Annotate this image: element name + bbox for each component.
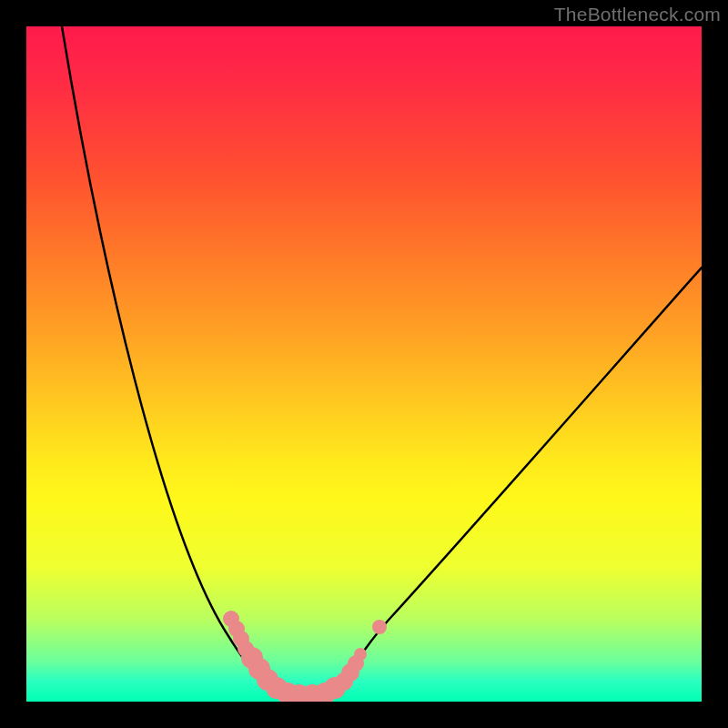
data-marker xyxy=(372,620,387,634)
curve-left xyxy=(62,26,295,700)
marker-group xyxy=(223,611,387,702)
chart-plot-area xyxy=(26,26,702,702)
data-marker xyxy=(354,648,367,661)
chart-svg xyxy=(26,26,702,702)
curve-right xyxy=(331,268,702,700)
watermark-text: TheBottleneck.com xyxy=(554,4,721,25)
